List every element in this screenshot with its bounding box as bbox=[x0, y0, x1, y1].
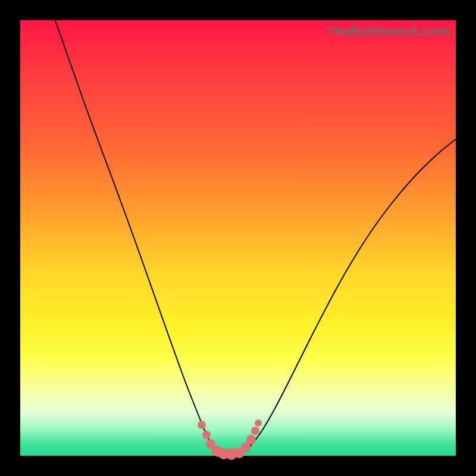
svg-point-9 bbox=[246, 435, 256, 444]
bottleneck-curve bbox=[20, 20, 456, 456]
svg-point-1 bbox=[198, 421, 206, 429]
plot-area: TheBottleneck.com bbox=[20, 20, 456, 456]
svg-point-8 bbox=[241, 443, 250, 452]
svg-point-2 bbox=[202, 431, 211, 439]
svg-point-11 bbox=[255, 419, 262, 427]
svg-point-10 bbox=[251, 427, 259, 435]
chart-frame: TheBottleneck.com bbox=[0, 0, 476, 476]
